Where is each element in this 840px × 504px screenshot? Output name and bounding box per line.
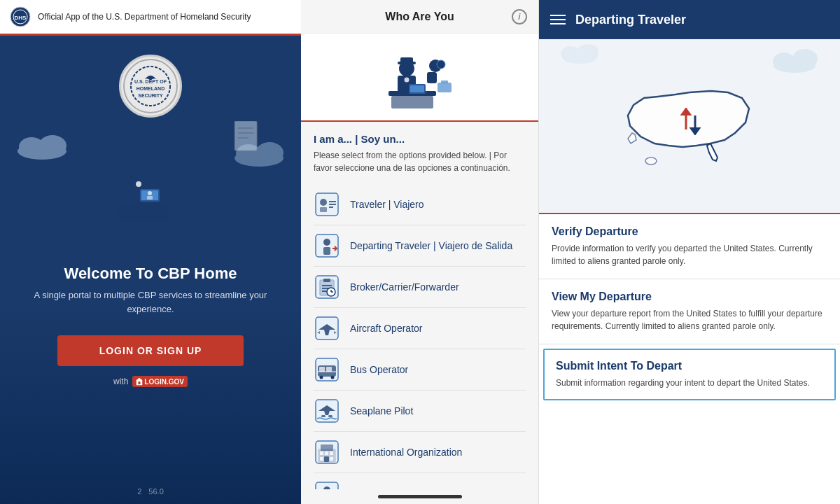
menu-item-bus[interactable]: Bus Operator: [314, 349, 526, 391]
svg-point-53: [323, 239, 330, 246]
svg-rect-54: [323, 247, 330, 255]
bottom-text2: 56.0: [148, 487, 163, 496]
svg-rect-15: [118, 204, 169, 221]
panel-cbp-home: DHS Official App of the U.S. Department …: [0, 0, 301, 504]
org-label: International Organization: [350, 447, 462, 458]
bottom-bar: 2 56.0: [0, 487, 301, 496]
view-desc: View your departure report from the Unit…: [552, 307, 827, 332]
svg-rect-58: [323, 279, 330, 282]
menu-item-seaplane[interactable]: Seaplane Pilot: [314, 391, 526, 432]
illustration-area: [0, 118, 301, 258]
svg-rect-19: [132, 161, 145, 167]
submit-title: Submit Intent To Depart: [556, 360, 823, 372]
panel2-body: I am a... | Soy un... Please select from…: [301, 122, 538, 489]
svg-rect-31: [139, 382, 141, 384]
dhs-seal-icon: DHS: [10, 6, 31, 27]
card-verify-departure[interactable]: Verify Departure Provide information to …: [539, 214, 840, 279]
hamburger-menu-icon[interactable]: [550, 15, 566, 24]
panel3-title: Departing Traveler: [575, 13, 829, 27]
broker-label: Broker/Carrier/Forwarder: [350, 281, 459, 293]
panel2-title: Who Are You: [328, 10, 512, 23]
menu-item-dhs[interactable]: Department Of Homeland Security: [314, 473, 526, 489]
card-submit-intent[interactable]: Submit Intent To Depart Submit informati…: [543, 349, 836, 400]
usa-map: [620, 77, 760, 175]
top-bar: DHS Official App of the U.S. Department …: [0, 0, 301, 34]
svg-point-71: [331, 376, 335, 379]
info-icon[interactable]: i: [512, 9, 527, 24]
svg-rect-37: [400, 57, 413, 63]
officer-illustration: [108, 146, 192, 230]
bottom-indicator: [378, 495, 462, 498]
svg-rect-84: [324, 456, 329, 462]
login-signup-button[interactable]: LOGIN OR SIGN UP: [57, 335, 244, 366]
svg-point-93: [792, 49, 818, 69]
svg-rect-75: [328, 415, 332, 417]
svg-rect-44: [438, 83, 451, 92]
svg-rect-40: [410, 85, 424, 92]
svg-point-42: [437, 60, 445, 69]
aircraft-icon: [314, 315, 340, 342]
welcome-subtitle: A single portal to multiple CBP services…: [0, 288, 301, 316]
svg-text:SECURITY: SECURITY: [138, 93, 163, 98]
svg-rect-26: [160, 178, 169, 191]
menu-item-org[interactable]: International Organization: [314, 432, 526, 473]
svg-rect-69: [326, 367, 332, 372]
panel3-header: Departing Traveler: [539, 0, 840, 39]
svg-rect-48: [320, 207, 327, 212]
with-label: with: [113, 377, 128, 386]
svg-point-47: [320, 199, 327, 206]
svg-rect-74: [321, 415, 326, 417]
svg-rect-27: [234, 121, 257, 150]
verify-title: Verify Departure: [552, 225, 827, 238]
svg-rect-43: [427, 72, 437, 83]
menu-item-traveler[interactable]: Traveler | Viajero: [314, 184, 526, 225]
svg-point-10: [38, 135, 66, 156]
traveler-label: Traveler | Viajero: [350, 199, 424, 210]
red-stripe: [0, 34, 301, 36]
bus-icon: [314, 356, 340, 383]
svg-point-13: [255, 142, 284, 163]
bottom-text1: 2: [137, 487, 141, 496]
panel3-body: Verify Departure Provide information to …: [539, 39, 840, 504]
svg-text:DHS: DHS: [15, 15, 27, 21]
traveler-icon: [314, 191, 340, 218]
card-view-departure[interactable]: View My Departure View your departure re…: [539, 279, 840, 344]
svg-point-25: [158, 166, 171, 178]
svg-point-92: [773, 52, 795, 71]
svg-point-20: [136, 181, 141, 187]
map-area: [539, 39, 840, 214]
menu-item-broker[interactable]: Broker/Carrier/Forwarder: [314, 267, 526, 308]
verify-desc: Provide information to verify you depart…: [552, 242, 827, 267]
svg-rect-68: [319, 367, 325, 372]
submit-desc: Submit information regarding your intent…: [556, 377, 823, 389]
welcome-title: Welcome To CBP Home: [50, 265, 251, 283]
menu-item-aircraft[interactable]: Aircraft Operator: [314, 308, 526, 349]
svg-point-96: [577, 44, 598, 61]
broker-icon: [314, 274, 340, 300]
seaplane-label: Seaplane Pilot: [350, 405, 413, 416]
svg-rect-45: [441, 80, 448, 83]
aircraft-label: Aircraft Operator: [350, 323, 422, 334]
top-bar-text: Official App of the U.S. Department of H…: [38, 12, 251, 22]
svg-rect-78: [321, 444, 333, 451]
dhs-icon: [314, 480, 340, 489]
seaplane-icon: [314, 398, 340, 424]
panel2-header: Who Are You i: [301, 0, 538, 34]
svg-point-97: [645, 158, 657, 164]
svg-rect-82: [320, 457, 323, 461]
section-desc: Please select from the options provided …: [314, 149, 526, 174]
section-title: I am a... | Soy un...: [314, 133, 526, 145]
org-icon: [314, 439, 340, 465]
menu-item-departing[interactable]: Departing Traveler | Viajero de Salida: [314, 225, 526, 267]
svg-rect-83: [330, 457, 333, 461]
panel-who-are-you: Who Are You i: [301, 0, 539, 504]
login-gov-row: with LOGIN.GOV: [113, 376, 188, 387]
bus-label: Bus Operator: [350, 364, 408, 375]
panel-departing-traveler: Departing Traveler: [539, 0, 840, 504]
svg-rect-80: [325, 451, 328, 455]
panel2-figure: [301, 34, 538, 122]
svg-rect-33: [391, 96, 433, 108]
svg-rect-79: [320, 451, 323, 455]
svg-text:HOMELAND: HOMELAND: [136, 86, 164, 91]
svg-point-23: [148, 191, 152, 195]
